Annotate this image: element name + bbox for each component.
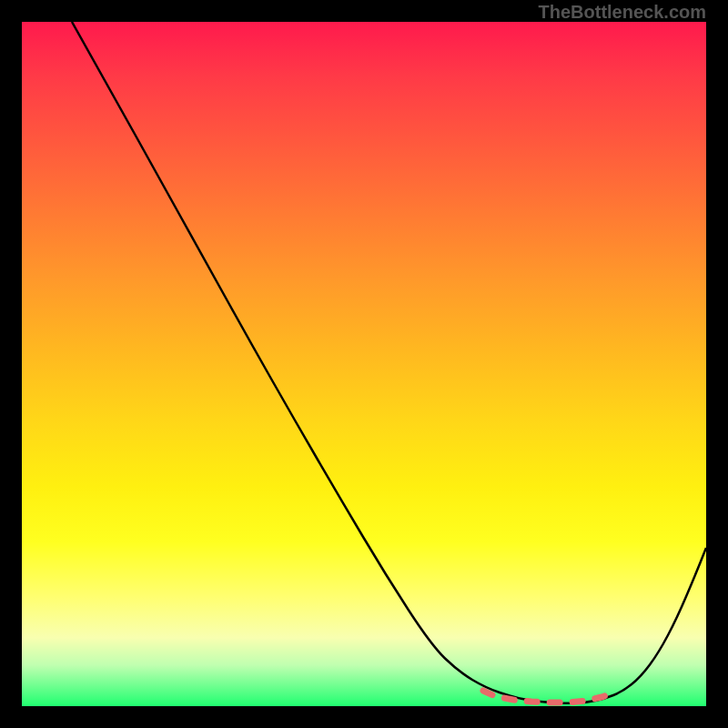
attribution-text: TheBottleneck.com [539,2,706,23]
plot-area [22,22,706,706]
chart-frame [22,22,706,706]
bottleneck-curve [72,22,706,703]
chart-svg [22,22,706,706]
